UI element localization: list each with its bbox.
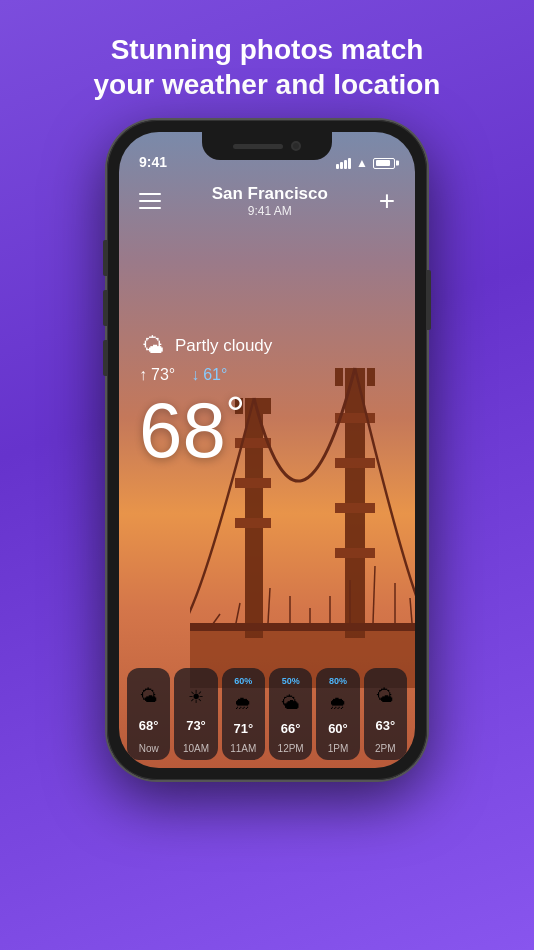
hour-icon: ☀	[188, 686, 204, 708]
weather-info: 🌤 Partly cloudy ↑ 73° ↓ 61° 68°	[139, 332, 272, 469]
hour-card: 60% 🌧 71° 11AM	[222, 668, 265, 760]
hour-temp: 63°	[375, 718, 395, 733]
hour-card: 50% 🌥 66° 12PM	[269, 668, 312, 760]
hour-card: 80% 🌧 60° 1PM	[316, 668, 359, 760]
camera	[291, 141, 301, 151]
phone-screen: 9:41 ▲ San Francisco 9:41	[119, 132, 415, 768]
status-time: 9:41	[139, 154, 167, 170]
hour-icon: 🌥	[282, 693, 300, 714]
hour-precip: 80%	[329, 676, 347, 686]
hour-temp: 66°	[281, 721, 301, 736]
hour-card: ☀ 73° 10AM	[174, 668, 217, 760]
hour-label: Now	[139, 743, 159, 754]
svg-rect-6	[235, 518, 271, 528]
hour-temp: 71°	[233, 721, 253, 736]
status-icons: ▲	[336, 156, 395, 170]
phone-mockup: 9:41 ▲ San Francisco 9:41	[107, 120, 427, 780]
headline: Stunning photos match your weather and l…	[0, 0, 534, 120]
hour-icon: 🌤	[376, 686, 394, 707]
add-location-button[interactable]: +	[379, 187, 395, 215]
headline-line2: your weather and location	[94, 69, 441, 100]
temp-range: ↑ 73° ↓ 61°	[139, 366, 272, 384]
phone-notch	[202, 132, 332, 160]
svg-rect-13	[335, 548, 375, 558]
svg-rect-11	[335, 458, 375, 468]
battery-icon	[373, 158, 395, 169]
hour-label: 11AM	[230, 743, 256, 754]
hour-temp: 60°	[328, 721, 348, 736]
weather-condition: 🌤 Partly cloudy	[139, 332, 272, 360]
svg-rect-8	[335, 368, 343, 386]
svg-line-24	[410, 598, 412, 623]
hour-icon: 🌧	[234, 693, 252, 714]
svg-rect-14	[190, 623, 415, 631]
nav-bar: San Francisco 9:41 AM +	[119, 176, 415, 226]
hour-temp: 68°	[139, 718, 159, 733]
speaker	[233, 144, 283, 149]
high-temp: ↑ 73°	[139, 366, 175, 384]
svg-line-17	[268, 588, 270, 623]
hour-card: 🌤 68° Now	[127, 668, 170, 760]
hour-label: 1PM	[328, 743, 349, 754]
hour-label: 10AM	[183, 743, 209, 754]
hour-card: 🌤 63° 2PM	[364, 668, 407, 760]
hour-precip: 60%	[234, 676, 252, 686]
hour-icon: 🌤	[140, 686, 158, 707]
hour-label: 2PM	[375, 743, 396, 754]
location-header: San Francisco 9:41 AM	[212, 184, 328, 218]
city-name: San Francisco	[212, 184, 328, 204]
headline-line1: Stunning photos match	[111, 34, 424, 65]
svg-rect-5	[235, 478, 271, 488]
hour-label: 12PM	[278, 743, 304, 754]
svg-rect-12	[335, 503, 375, 513]
low-temp: ↓ 61°	[191, 366, 227, 384]
wifi-icon: ▲	[356, 156, 368, 170]
hour-precip: 50%	[282, 676, 300, 686]
svg-rect-9	[367, 368, 375, 386]
condition-text: Partly cloudy	[175, 336, 272, 356]
nav-time: 9:41 AM	[212, 204, 328, 218]
svg-line-22	[373, 566, 375, 623]
condition-icon: 🌤	[139, 332, 167, 360]
current-temperature: 68°	[139, 390, 272, 469]
hour-icon: 🌧	[329, 693, 347, 714]
signal-icon	[336, 158, 351, 169]
menu-button[interactable]	[139, 193, 161, 209]
hour-temp: 73°	[186, 718, 206, 733]
hourly-forecast: 🌤 68° Now ☀ 73° 10AM 60% 🌧 71° 11AM 50% …	[119, 668, 415, 768]
